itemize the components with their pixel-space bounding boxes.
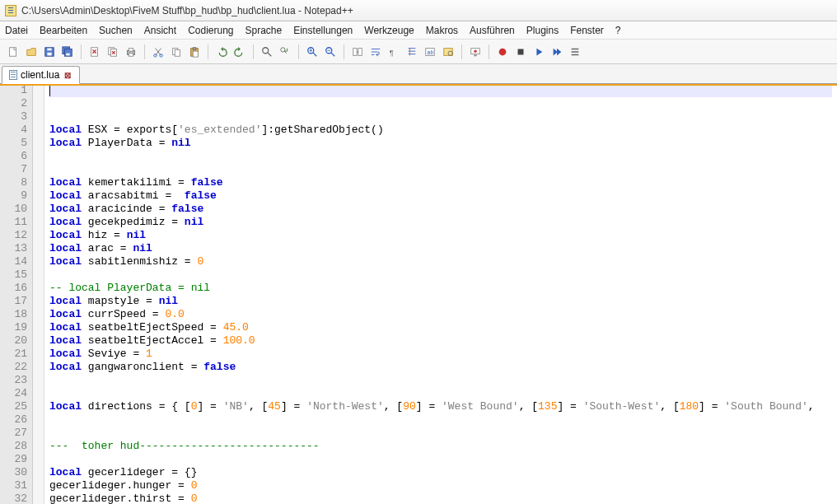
copy-button[interactable] [168, 44, 185, 60]
folder-button[interactable] [440, 44, 456, 60]
line-number-gutter: 1234567891011121314151617181920212223242… [0, 84, 33, 504]
menu-item[interactable]: Codierung [188, 25, 233, 36]
code-line[interactable]: local ESX = exports['es_extended']:getSh… [49, 124, 832, 137]
code-editor[interactable]: local ESX = exports['es_extended']:getSh… [44, 84, 837, 504]
token-ident: ] = [699, 400, 724, 413]
fold-margin [33, 84, 44, 504]
menu-item[interactable]: Werkzeuge [364, 25, 414, 36]
code-line[interactable]: local gangwaronclient = false [49, 361, 832, 374]
save-button[interactable] [41, 44, 58, 60]
code-line[interactable]: local sabitlenmishiz = 0 [49, 255, 832, 268]
code-line[interactable]: local Seviye = 1 [49, 348, 832, 361]
code-line[interactable]: local seatbeltEjectSpeed = 45.0 [49, 321, 832, 334]
menu-item[interactable]: Makros [426, 25, 458, 36]
code-line[interactable] [49, 163, 832, 176]
lang-icon: ab [424, 46, 436, 58]
token-str: 'NB' [223, 400, 249, 413]
replace-button[interactable] [277, 44, 293, 60]
menu-item[interactable]: Datei [5, 25, 28, 36]
paste-button[interactable] [186, 44, 203, 60]
cut-button[interactable] [150, 44, 166, 60]
code-line[interactable] [49, 150, 832, 163]
code-line[interactable]: -- local PlayerData = nil [49, 282, 832, 295]
find-button[interactable] [259, 44, 275, 60]
code-line[interactable]: local aracicinde = false [49, 203, 832, 216]
code-line[interactable]: local currSpeed = 0.0 [49, 308, 832, 321]
code-line[interactable]: local kemertakilimi = false [49, 176, 832, 189]
menu-item[interactable]: Bearbeiten [40, 25, 87, 36]
menu-item[interactable]: Plugins [526, 25, 559, 36]
closeall-button[interactable] [105, 44, 121, 60]
close-button[interactable] [87, 44, 103, 60]
play-icon [533, 46, 545, 58]
line-number: 3 [0, 110, 27, 124]
close-icon[interactable]: ⊠ [63, 70, 72, 80]
code-line[interactable]: local hiz = nil [49, 229, 832, 242]
code-line[interactable] [49, 97, 832, 110]
menu-item[interactable]: Suchen [99, 25, 133, 36]
zoomin-button[interactable] [304, 44, 320, 60]
line-number: 32 [0, 492, 27, 504]
redo-button[interactable] [231, 44, 248, 60]
menu-item[interactable]: Fenster [570, 25, 604, 36]
list-button[interactable] [567, 44, 583, 60]
token-bool: nil [185, 216, 203, 228]
line-number: 19 [0, 321, 27, 334]
code-line[interactable] [49, 413, 832, 427]
code-line[interactable] [49, 110, 832, 124]
menu-item[interactable]: ? [615, 25, 621, 36]
code-line[interactable]: local mapstyle = nil [49, 295, 832, 308]
token-sp [82, 137, 88, 149]
tab-active[interactable]: client.lua ⊠ [2, 66, 80, 84]
code-line[interactable]: local PlayerData = nil [49, 137, 832, 150]
code-line[interactable]: gecerlideger.thirst = 0 [49, 492, 832, 504]
toolbar: ¶ab [0, 40, 837, 64]
code-line[interactable] [49, 427, 832, 440]
saveall-icon [62, 46, 73, 58]
stop-button[interactable] [512, 44, 529, 60]
code-line[interactable]: local directions = { [0] = 'NB', [45] = … [49, 400, 832, 413]
token-kw: local [49, 203, 82, 215]
playmulti-icon [551, 46, 563, 58]
print-button[interactable] [123, 44, 139, 60]
open-button[interactable] [23, 44, 40, 60]
lang-button[interactable]: ab [422, 44, 438, 60]
code-line[interactable]: local gecekpedimiz = nil [49, 216, 832, 229]
code-line[interactable] [49, 84, 832, 97]
close-icon [89, 46, 101, 58]
code-line[interactable] [49, 268, 832, 282]
code-line[interactable]: local gecerlideger = {} [49, 466, 832, 479]
saveall-button[interactable] [59, 44, 76, 60]
code-line[interactable]: --- toher hud---------------------------… [49, 440, 832, 453]
menu-item[interactable]: Sprache [245, 25, 283, 36]
zoomin-icon [306, 46, 318, 58]
token-num: 1 [146, 348, 152, 360]
indentguide-button[interactable] [404, 44, 420, 60]
svg-rect-12 [129, 53, 133, 56]
toolbar-separator [144, 44, 145, 59]
code-line[interactable]: gecerlideger.hunger = 0 [49, 479, 832, 492]
code-line[interactable] [49, 453, 832, 466]
menu-item[interactable]: Einstellungen [293, 25, 353, 36]
token-sp [82, 348, 88, 360]
sync-button[interactable] [349, 44, 366, 60]
token-kw: local [49, 361, 82, 373]
allchars-button[interactable]: ¶ [386, 44, 402, 60]
undo-button[interactable] [213, 44, 230, 60]
new-button[interactable] [5, 44, 21, 60]
menu-item[interactable]: Ansicht [144, 25, 176, 36]
wrap-button[interactable] [367, 44, 384, 60]
play-button[interactable] [531, 44, 547, 60]
code-line[interactable]: local seatbeltEjectAccel = 100.0 [49, 334, 832, 348]
code-line[interactable] [49, 387, 832, 400]
record-button[interactable] [494, 44, 511, 60]
token-kw: local [49, 216, 82, 228]
code-line[interactable] [49, 374, 832, 387]
code-line[interactable]: local aracsabitmi = false [49, 189, 832, 203]
monitor-button[interactable] [467, 44, 484, 60]
code-line[interactable]: local arac = nil [49, 242, 832, 255]
menu-item[interactable]: Ausführen [470, 25, 515, 36]
playmulti-button[interactable] [549, 44, 565, 60]
token-sp [82, 242, 88, 254]
zoomout-button[interactable] [322, 44, 339, 60]
